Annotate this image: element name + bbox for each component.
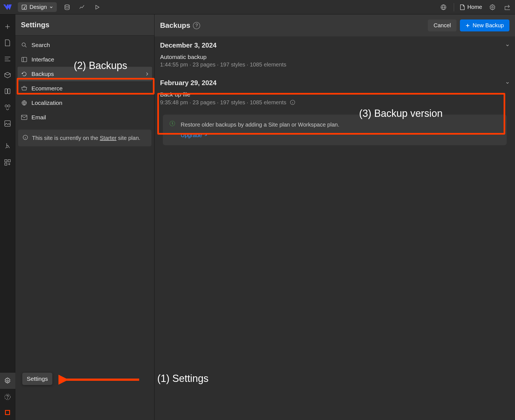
analytics-icon[interactable]: [77, 3, 87, 12]
upgrade-notice: Restore older backups by adding a Site p…: [163, 115, 507, 145]
plan-notice: This site is currently on the Starter si…: [18, 130, 151, 146]
svg-rect-11: [5, 163, 7, 165]
svg-rect-10: [8, 160, 10, 162]
backup-name: Automatic backup: [160, 54, 509, 60]
search-icon: [21, 42, 28, 48]
apps-icon[interactable]: [0, 154, 15, 171]
svg-point-6: [5, 105, 7, 107]
plan-notice-text: This site is currently on the Starter si…: [32, 134, 140, 142]
svg-rect-4: [5, 89, 7, 94]
globe-icon: [21, 100, 28, 106]
upgrade-link[interactable]: Upgrade: [181, 131, 208, 140]
new-backup-label: New Backup: [473, 22, 504, 29]
backup-icon: [21, 71, 28, 77]
backup-row[interactable]: Automatic backup 1:44:55 pm · 23 pages ·…: [160, 54, 509, 68]
cms-icon[interactable]: [62, 3, 72, 12]
settings-tooltip: Settings: [22, 373, 52, 385]
svg-point-1: [65, 5, 69, 6]
page-title: Backups: [160, 21, 190, 30]
settings-item-backups[interactable]: Backups: [18, 67, 152, 81]
svg-rect-16: [22, 57, 27, 62]
restore-icon: [169, 120, 176, 127]
email-icon: [21, 114, 28, 121]
design-mode-button[interactable]: Design: [18, 2, 57, 12]
settings-title: Settings: [15, 14, 154, 36]
help-circle-icon[interactable]: ?: [193, 22, 200, 29]
style-icon[interactable]: [0, 99, 15, 115]
backup-row[interactable]: Back up file 9:35:48 pm · 23 pages · 197…: [160, 91, 509, 106]
interactions-icon[interactable]: [0, 138, 15, 154]
svg-point-3: [492, 6, 493, 8]
svg-rect-5: [8, 89, 10, 94]
ecommerce-icon: [21, 85, 28, 92]
backup-date: February 29, 2024: [160, 79, 217, 87]
navigator-icon[interactable]: [0, 51, 15, 67]
svg-point-14: [8, 399, 8, 399]
status-indicator: [5, 410, 10, 415]
plan-link[interactable]: Starter: [100, 135, 116, 141]
interface-icon: [21, 56, 28, 63]
components-icon[interactable]: [0, 67, 15, 83]
home-link[interactable]: Home: [460, 4, 482, 10]
top-bar: Design Home: [0, 0, 515, 14]
left-rail: [0, 14, 15, 420]
svg-point-7: [8, 105, 10, 107]
settings-item-label: Email: [31, 114, 46, 121]
settings-item-label: Ecommerce: [31, 85, 63, 92]
chevron-down-icon[interactable]: [506, 81, 509, 85]
main-content: Backups ? Cancel New Backup December 3, …: [154, 14, 515, 420]
settings-item-label: Interface: [31, 56, 54, 63]
gear-icon[interactable]: [488, 3, 497, 12]
globe-icon[interactable]: [439, 3, 448, 12]
settings-item-label: Search: [31, 42, 50, 48]
svg-rect-8: [5, 121, 10, 126]
backup-date: December 3, 2024: [160, 41, 217, 49]
backup-group[interactable]: February 29, 2024 Back up file 9:35:48 p…: [154, 74, 515, 112]
upgrade-text: Restore older backups by adding a Site p…: [181, 120, 339, 129]
design-mode-label: Design: [30, 4, 47, 10]
share-icon[interactable]: [503, 3, 512, 12]
new-backup-button[interactable]: New Backup: [460, 19, 509, 31]
cancel-button[interactable]: Cancel: [428, 19, 456, 31]
assets-icon[interactable]: [0, 115, 15, 132]
backup-meta: 9:35:48 pm · 23 pages · 197 styles · 108…: [160, 99, 509, 106]
backup-name: Back up file: [160, 91, 509, 98]
settings-panel: Settings Search Interface Backups Ecomme…: [15, 14, 154, 420]
info-icon: [22, 134, 29, 141]
help-icon[interactable]: [0, 389, 15, 405]
variables-icon[interactable]: [0, 83, 15, 99]
settings-rail-icon[interactable]: [0, 373, 15, 389]
main-header: Backups ? Cancel New Backup: [154, 14, 515, 36]
svg-point-12: [7, 380, 8, 382]
svg-rect-9: [5, 160, 7, 162]
svg-rect-18: [21, 115, 27, 120]
home-label: Home: [467, 4, 482, 10]
svg-point-15: [22, 43, 25, 46]
settings-item-label: Backups: [31, 71, 54, 77]
chevron-down-icon[interactable]: [506, 43, 509, 47]
settings-item-ecommerce[interactable]: Ecommerce: [18, 81, 152, 96]
settings-item-email[interactable]: Email: [18, 110, 152, 125]
webflow-logo-icon[interactable]: [3, 3, 12, 12]
settings-item-interface[interactable]: Interface: [18, 52, 152, 67]
chevron-right-icon: [145, 72, 149, 76]
backup-group[interactable]: December 3, 2024 Automatic backup 1:44:5…: [154, 36, 515, 74]
settings-item-label: Localization: [31, 100, 62, 106]
backup-meta: 1:44:55 pm · 23 pages · 197 styles · 108…: [160, 61, 509, 68]
settings-item-search[interactable]: Search: [18, 38, 152, 52]
add-icon[interactable]: [0, 19, 15, 35]
pages-icon[interactable]: [0, 35, 15, 51]
info-icon[interactable]: [289, 99, 296, 106]
settings-item-localization[interactable]: Localization: [18, 96, 152, 110]
play-icon[interactable]: [92, 3, 102, 12]
divider: [454, 3, 454, 11]
